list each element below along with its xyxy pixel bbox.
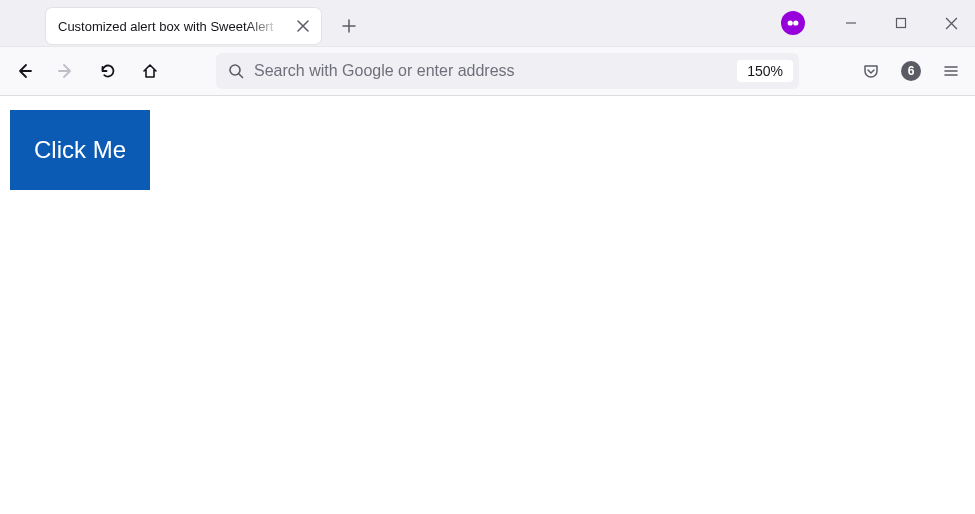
tab-title: Customized alert box with SweetAlert (58, 19, 293, 34)
click-me-button[interactable]: Click Me (10, 110, 150, 190)
svg-point-1 (793, 20, 798, 25)
back-button[interactable] (6, 53, 42, 89)
tab-strip: Customized alert box with SweetAlert (0, 0, 975, 46)
minimize-button[interactable] (835, 7, 867, 39)
navigation-toolbar: 150% 6 (0, 46, 975, 96)
address-input[interactable] (254, 62, 727, 80)
svg-rect-3 (897, 19, 906, 28)
close-icon[interactable] (293, 16, 313, 36)
zoom-level-badge[interactable]: 150% (737, 60, 793, 82)
reload-button[interactable] (90, 53, 126, 89)
home-button[interactable] (132, 53, 168, 89)
pocket-icon[interactable] (853, 53, 889, 89)
close-window-button[interactable] (935, 7, 967, 39)
page-content: Click Me (0, 96, 975, 514)
url-bar[interactable]: 150% (216, 53, 799, 89)
new-tab-button[interactable] (333, 10, 365, 42)
forward-button[interactable] (48, 53, 84, 89)
extension-count-badge[interactable]: 6 (901, 61, 921, 81)
search-icon (228, 63, 244, 79)
profile-icon[interactable] (781, 11, 805, 35)
maximize-button[interactable] (885, 7, 917, 39)
svg-point-0 (788, 20, 793, 25)
browser-tab[interactable]: Customized alert box with SweetAlert (46, 8, 321, 44)
hamburger-menu-icon[interactable] (933, 53, 969, 89)
